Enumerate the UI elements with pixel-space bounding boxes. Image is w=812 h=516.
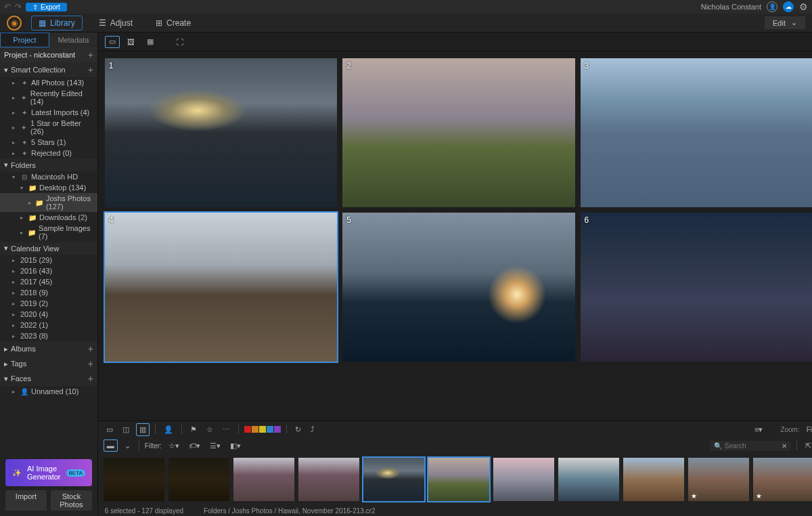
filmstrip-thumbnail[interactable] [623, 458, 684, 501]
add-face-icon[interactable]: + [88, 373, 93, 384]
dots-icon[interactable]: ⋯ [220, 424, 233, 435]
redo-arrow[interactable]: ↷ [15, 2, 22, 12]
undo-arrow[interactable]: ↶ [4, 2, 11, 12]
view-image-icon[interactable]: 🖼 [124, 36, 139, 48]
filmstrip-thumbnail[interactable] [493, 458, 554, 501]
folder-sample-images[interactable]: ▸📁Sample Images (7) [0, 223, 97, 242]
person-filter-icon[interactable]: 👤 [161, 424, 176, 435]
smart-collection-header[interactable]: ▾Smart Collection+ [0, 62, 97, 77]
color-swatch[interactable] [274, 426, 281, 433]
star-icon[interactable]: ☆ [204, 424, 216, 435]
user-icon[interactable]: 👤 [767, 1, 777, 12]
export-button[interactable]: ⇪ Export [26, 3, 67, 12]
albums-header[interactable]: ▸Albums+ [0, 341, 97, 356]
folder-icon: 📁 [28, 229, 36, 236]
color-swatch[interactable] [267, 426, 273, 433]
stock-photos-button[interactable]: Stock Photos [51, 490, 92, 511]
filmstrip-thumbnail[interactable] [363, 458, 424, 501]
chevron-down-small-icon[interactable]: ⌄ [122, 440, 133, 452]
view-fullscreen-icon[interactable]: ⛶ [173, 36, 187, 48]
search-box[interactable]: 🔍 ✕ [710, 441, 791, 451]
calendar-year[interactable]: ▸2016 (43) [0, 265, 97, 276]
filmstrip-thumbnail[interactable] [558, 458, 619, 501]
color-swatch[interactable] [244, 426, 251, 433]
photo-number: 5 [346, 215, 351, 225]
photo-thumbnail[interactable]: 3 [581, 58, 813, 207]
folders-header[interactable]: ▾Folders [0, 158, 97, 171]
import-button[interactable]: Import [5, 490, 47, 511]
view-grid-icon[interactable]: ▦ [143, 36, 158, 48]
filmstrip-thumbnail[interactable]: ★ [688, 458, 749, 501]
filmstrip-thumbnail[interactable] [233, 458, 294, 501]
smart-item[interactable]: ▸✦Latest Imports (4) [0, 107, 97, 118]
create-mode-button[interactable]: ⊞ Create [149, 16, 198, 30]
ai-image-generator-button[interactable]: ✨ AI Image Generator BETA [5, 459, 92, 486]
photo-thumbnail[interactable]: 2 [342, 58, 574, 207]
user-name: Nicholas Constant [701, 3, 761, 11]
filter-list-icon[interactable]: ☰▾ [207, 440, 223, 452]
filter-tag-icon[interactable]: 🏷▾ [186, 440, 203, 452]
smart-item[interactable]: ▸✦Recently Edited (14) [0, 88, 97, 107]
layout-1-icon[interactable]: ▭ [104, 424, 116, 435]
calendar-year[interactable]: ▸2022 (1) [0, 320, 97, 330]
filter-color-icon[interactable]: ◧▾ [227, 440, 244, 452]
collection-icon: ✦ [20, 124, 28, 131]
add-smart-icon[interactable]: + [88, 64, 93, 75]
add-album-icon[interactable]: + [88, 343, 93, 354]
folder-desktop[interactable]: ▾📁Desktop (134) [0, 182, 97, 193]
smart-item[interactable]: ▸✦5 Stars (1) [0, 137, 97, 148]
photo-thumbnail[interactable]: 5 [342, 213, 574, 362]
tags-header[interactable]: ▸Tags+ [0, 356, 97, 371]
layout-2-icon[interactable]: ◫ [120, 424, 132, 435]
smart-item[interactable]: ▸✦All Photos (143) [0, 77, 97, 88]
smart-item[interactable]: ▸✦1 Star or Better (26) [0, 118, 97, 137]
calendar-year[interactable]: ▸2023 (8) [0, 330, 97, 341]
calendar-year[interactable]: ▸2017 (45) [0, 276, 97, 287]
add-project-icon[interactable]: + [88, 49, 93, 60]
filmstrip-thumbnail[interactable] [104, 458, 164, 501]
clear-search-icon[interactable]: ✕ [782, 442, 787, 450]
search-icon: 🔍 [714, 442, 722, 450]
smart-item[interactable]: ▸✦Rejected (0) [0, 148, 97, 158]
color-swatch[interactable] [252, 426, 258, 433]
calendar-year[interactable]: ▸2020 (4) [0, 309, 97, 320]
filmstrip-thumbnail[interactable] [298, 458, 359, 501]
tab-metadata[interactable]: Metadata [49, 33, 97, 47]
tab-project[interactable]: Project [0, 33, 49, 47]
filmstrip-thumbnail[interactable] [168, 458, 229, 501]
zoom-value[interactable]: Fit [807, 426, 812, 433]
filmstrip-toggle-icon[interactable]: ▬ [104, 439, 118, 452]
calendar-header[interactable]: ▾Calendar View [0, 242, 97, 255]
chevron-down-icon: ⌄ [791, 18, 797, 27]
folder-macintosh-hd[interactable]: ▾⊟Macintosh HD [0, 171, 97, 182]
cloud-icon[interactable]: ☁ [783, 1, 794, 12]
folder-downloads[interactable]: ▸📁Downloads (2) [0, 212, 97, 223]
faces-unnamed[interactable]: ▸👤Unnamed (10) [0, 386, 97, 397]
calendar-year[interactable]: ▸2018 (9) [0, 287, 97, 298]
sort-icon[interactable]: ≡▾ [752, 424, 765, 435]
faces-header[interactable]: ▾Faces+ [0, 371, 97, 386]
filter-star-icon[interactable]: ☆▾ [166, 440, 182, 452]
export-small-icon[interactable]: ⤴ [308, 424, 317, 435]
folder-joshs-photos[interactable]: ▸📁Joshs Photos (127) [0, 193, 97, 212]
edit-label: Edit [773, 19, 786, 27]
edit-dropdown[interactable]: Edit ⌄ [765, 16, 805, 29]
library-mode-button[interactable]: ▦ Library [31, 16, 83, 30]
photo-thumbnail[interactable]: 4 [105, 213, 337, 362]
flag-icon[interactable]: ⚑ [187, 424, 200, 435]
gear-icon[interactable]: ⚙ [799, 1, 808, 12]
filmstrip-thumbnail[interactable] [428, 458, 489, 501]
search-input[interactable] [725, 442, 779, 450]
photo-thumbnail[interactable]: 6 [581, 213, 813, 362]
color-swatch[interactable] [259, 426, 266, 433]
add-tag-icon[interactable]: + [88, 358, 93, 369]
calendar-year[interactable]: ▸2019 (2) [0, 298, 97, 309]
adjust-mode-button[interactable]: ☰ Adjust [92, 16, 139, 30]
calendar-year[interactable]: ▸2015 (29) [0, 255, 97, 265]
photo-thumbnail[interactable]: 1 [105, 58, 337, 207]
expand-icon[interactable]: ⇱ [803, 440, 812, 452]
layout-3-icon[interactable]: ▥ [136, 423, 150, 436]
view-single-icon[interactable]: ▭ [105, 36, 120, 48]
rotate-icon[interactable]: ↻ [292, 424, 304, 435]
filmstrip-thumbnail[interactable]: ★ [753, 458, 812, 501]
